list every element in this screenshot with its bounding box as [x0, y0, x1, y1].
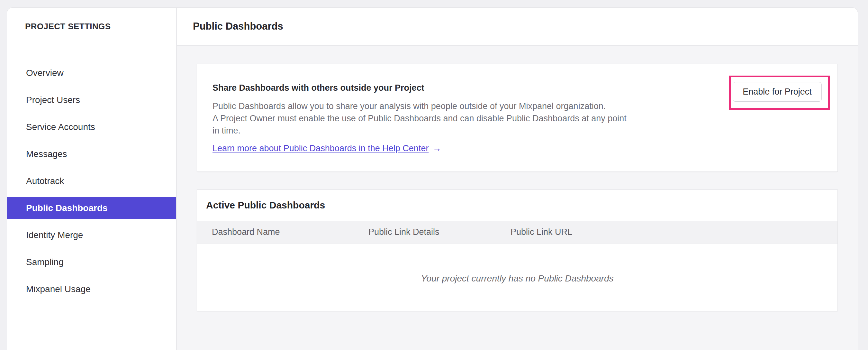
arrow-right-icon: →: [432, 144, 441, 153]
share-card-heading: Share Dashboards with others outside you…: [213, 83, 822, 93]
share-dashboards-card: Share Dashboards with others outside you…: [197, 64, 838, 172]
active-public-dashboards-card: Active Public Dashboards Dashboard Name …: [197, 189, 838, 312]
sidebar-item-autotrack[interactable]: Autotrack: [7, 170, 176, 192]
description-line-3: in time.: [213, 124, 822, 137]
sidebar-item-identity-merge[interactable]: Identity Merge: [7, 224, 176, 246]
help-center-link[interactable]: Learn more about Public Dashboards in th…: [213, 144, 429, 153]
sidebar-item-mixpanel-usage[interactable]: Mixpanel Usage: [7, 278, 176, 300]
sidebar-item-project-users[interactable]: Project Users: [7, 89, 176, 111]
sidebar-item-sampling[interactable]: Sampling: [7, 251, 176, 273]
description-line-2: A Project Owner must enable the use of P…: [213, 112, 822, 124]
sidebar-item-service-accounts[interactable]: Service Accounts: [7, 116, 176, 138]
share-card-description: Public Dashboards allow you to share you…: [213, 100, 822, 137]
sidebar-item-overview[interactable]: Overview: [7, 62, 176, 84]
page-title: Public Dashboards: [193, 21, 283, 32]
column-public-link-url: Public Link URL: [510, 227, 837, 237]
active-dashboards-header: Active Public Dashboards: [197, 190, 837, 221]
enable-for-project-button[interactable]: Enable for Project: [733, 82, 822, 101]
sidebar-item-messages[interactable]: Messages: [7, 143, 176, 165]
column-dashboard-name: Dashboard Name: [212, 227, 368, 237]
main-content: Share Dashboards with others outside you…: [177, 46, 858, 350]
sidebar-title: PROJECT SETTINGS: [25, 21, 176, 31]
project-settings-sidebar: PROJECT SETTINGS Overview Project Users …: [7, 8, 177, 350]
share-dashboards-content: Share Dashboards with others outside you…: [197, 64, 837, 153]
sidebar-item-public-dashboards[interactable]: Public Dashboards: [7, 197, 176, 219]
page-header: Public Dashboards: [177, 8, 858, 46]
column-public-link-details: Public Link Details: [368, 227, 510, 237]
empty-state-message: Your project currently has no Public Das…: [197, 243, 837, 311]
description-line-1: Public Dashboards allow you to share you…: [213, 100, 822, 112]
help-center-link-row: Learn more about Public Dashboards in th…: [213, 144, 822, 153]
settings-panel: PROJECT SETTINGS Overview Project Users …: [7, 7, 858, 350]
active-dashboards-title: Active Public Dashboards: [206, 200, 325, 211]
sidebar-nav: Overview Project Users Service Accounts …: [7, 62, 176, 300]
main-column: Public Dashboards Share Dashboards with …: [177, 8, 858, 350]
dashboards-table-header: Dashboard Name Public Link Details Publi…: [197, 221, 837, 243]
